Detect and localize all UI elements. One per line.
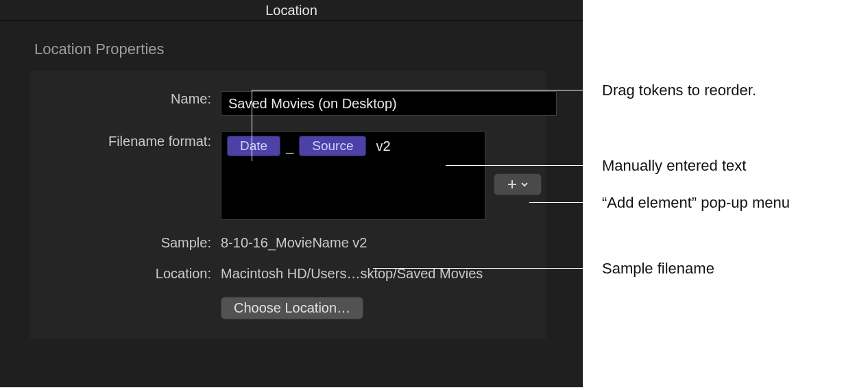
name-input[interactable] [221,91,557,116]
callout-line [252,90,583,90]
token-source[interactable]: Source [299,136,366,156]
sample-value: 8-10-16_MovieName v2 [221,235,367,250]
section-title: Location Properties [0,21,583,71]
callout-line [446,165,583,166]
filename-format-field[interactable]: Date _ Source v2 [221,131,485,220]
location-panel: Location Location Properties Name: Filen… [0,0,583,387]
properties-box: Name: Filename format: Date _ Source v2 [30,71,546,339]
callout-reorder: Drag tokens to reorder. [602,82,756,99]
chevron-down-icon [520,180,529,188]
token-date[interactable]: Date [227,136,280,156]
sample-label: Sample: [30,232,221,251]
format-label: Filename format: [30,128,221,149]
name-label: Name: [30,88,221,107]
format-row: Filename format: Date _ Source v2 [30,128,546,220]
choose-location-button[interactable]: Choose Location… [221,297,363,319]
location-label: Location: [30,263,221,282]
callout-line [373,268,583,269]
callout-line [529,202,583,203]
name-row: Name: [30,88,546,116]
callout-add-menu: “Add element” pop-up menu [602,194,790,212]
callout-line [252,90,252,161]
plus-icon [507,179,518,190]
manual-text[interactable]: v2 [369,136,390,156]
location-row: Location: Macintosh HD/Users…sktop/Saved… [30,263,546,282]
callout-sample: Sample filename [602,260,714,278]
add-element-button[interactable] [494,173,542,195]
sample-row: Sample: 8-10-16_MovieName v2 [30,232,546,251]
callout-manual: Manually entered text [602,157,746,175]
token-separator: _ [283,138,296,154]
choose-row: Choose Location… [30,294,546,319]
panel-title: Location [0,0,583,21]
